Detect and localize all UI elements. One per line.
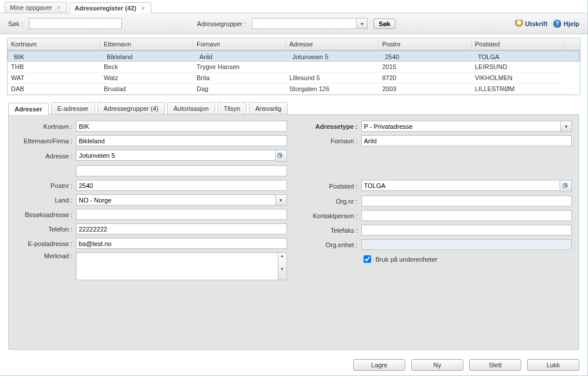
table-cell: Bikleland [103,52,196,60]
chevron-down-icon[interactable]: ▾ [560,121,572,132]
postnr-label: Postnr : [16,182,76,189]
addressgroup-value[interactable] [252,18,356,29]
table-cell: Lillesund 5 [286,73,379,84]
poststed-input[interactable] [361,180,561,191]
table-cell: TOLGA [474,52,567,60]
orgenhet-label: Org.enhet : [301,241,361,248]
top-tabs: Mine oppgaver×Adresseregister (42)× [0,0,587,13]
kontaktperson-input[interactable] [361,210,572,221]
table-cell: 8720 [379,73,471,84]
save-button[interactable]: Lagre [353,359,405,371]
poststed-lookup-button[interactable] [560,180,572,192]
table-row[interactable]: WATWatzBritaLillesund 58720VIKHOLMEN [8,73,580,84]
detail-tab[interactable]: Tilsyn [217,102,246,114]
table-row[interactable]: BIKBiklelandArildJotunveien 52540TOLGA [8,50,580,62]
search-button[interactable]: Søk [373,19,395,29]
adressetype-value[interactable] [361,121,561,132]
column-header[interactable]: Poststed [471,38,564,50]
orgenhet-input[interactable] [361,239,572,250]
spin-down-icon[interactable]: ▼ [278,266,286,280]
fornavn-input[interactable] [361,135,572,146]
search-label: Søk : [8,20,23,27]
top-tab[interactable]: Adresseregister (42)× [70,2,151,13]
table-row[interactable]: DABBrustadDagStorgaten 1262003LILLESTRØM [8,84,580,95]
table-cell: 2003 [379,84,471,95]
search-toolbar: Søk : Adressegrupper : ▾ Søk Utskrift ? … [0,13,587,34]
close-icon[interactable]: × [56,5,62,11]
table-cell: LILLESTRØM [471,84,564,95]
besoksadresse-label: Besøksadresse : [16,211,76,218]
tab-label: Mine oppgaver [10,4,52,11]
form-right: Adressetype : ▾ Fornavn : Poststed : Org… [301,121,572,284]
spin-up-icon[interactable]: ▲ [278,253,286,266]
close-icon[interactable]: × [140,5,146,12]
table-cell: Trygve Hansen [193,62,286,73]
help-icon: ? [553,20,561,28]
chevron-down-icon[interactable]: ▾ [275,194,287,205]
new-button[interactable]: Ny [411,359,463,371]
table-cell: VIKHOLMEN [471,73,564,84]
print-icon [515,20,523,28]
postnr-input[interactable] [76,180,287,191]
etternavn-input[interactable] [76,135,287,146]
epost-label: E-postadresse : [16,240,76,247]
detail-tab[interactable]: Ansvarlig [249,102,288,114]
table-cell: Brita [193,73,286,84]
grid-body[interactable]: BIKBiklelandArildJotunveien 52540TOLGATH… [8,50,580,95]
print-link[interactable]: Utskrift [515,20,548,28]
detail-tab[interactable]: Autorisasjon [167,102,215,114]
grid-header: KortnavnEtternavnFornavnAdressePostnrPos… [8,38,580,50]
addressgroup-label: Adressegrupper : [197,20,246,27]
detail-tab[interactable]: E-adresser [51,102,95,114]
detail-tab[interactable]: Adresser [8,103,49,115]
search-icon [277,153,284,160]
table-cell: Arild [196,52,289,60]
table-cell: DAB [8,84,100,95]
telefon-label: Telefon : [16,226,76,233]
kortnavn-input[interactable] [76,121,287,132]
poststed-label: Poststed : [301,183,361,190]
bruk-checkbox-input[interactable] [364,255,371,263]
print-label: Utskrift [525,20,548,27]
table-row[interactable]: THBBeckTrygve Hansen2015LEIRSUND [8,62,580,73]
land-select[interactable]: ▾ [76,194,287,205]
column-header[interactable]: Fornavn [193,38,286,50]
table-cell: 2540 [382,52,474,60]
top-tab[interactable]: Mine oppgaver× [5,2,67,13]
addressgroup-select[interactable]: ▾ [252,18,368,29]
table-cell: Brustad [100,84,193,95]
adressetype-label: Adressetype : [301,123,361,130]
column-header[interactable]: Kortnavn [8,38,100,50]
tab-label: Adresseregister (42) [75,5,136,12]
land-value[interactable] [76,194,275,205]
telefon-input[interactable] [76,223,287,234]
adresse-input[interactable] [76,150,275,161]
table-cell: Jotunveien 5 [289,52,382,60]
detail-panel: Kortnavn : Etternavn/Firma : Adresse : P… [8,114,579,350]
column-header[interactable]: Adresse [286,38,379,50]
adresse2-input[interactable] [76,165,287,176]
search-input[interactable] [29,18,122,29]
column-header[interactable]: Etternavn [100,38,193,50]
table-cell: THB [8,62,100,73]
help-label: Hjelp [564,20,579,27]
telefaks-input[interactable] [361,225,572,236]
epost-input[interactable] [76,238,287,249]
orgnr-label: Org.nr : [301,198,361,205]
orgnr-input[interactable] [361,196,572,207]
land-label: Land : [16,197,76,204]
help-link[interactable]: ? Hjelp [553,20,579,28]
column-header[interactable]: Postnr [379,38,471,50]
address-grid: KortnavnEtternavnFornavnAdressePostnrPos… [7,38,580,95]
adressetype-select[interactable]: ▾ [361,121,572,132]
merknad-input[interactable] [76,252,278,280]
merknad-spinner[interactable]: ▲▼ [278,252,287,280]
adresse-lookup-button[interactable] [275,150,287,162]
delete-button[interactable]: Slett [469,359,521,371]
table-cell: LEIRSUND [471,62,564,73]
detail-tab[interactable]: Adressegrupper (4) [97,102,165,114]
bruk-underenheter-checkbox[interactable]: Bruk på underenheter [361,254,572,265]
close-button[interactable]: Lukk [527,359,579,371]
chevron-down-icon[interactable]: ▾ [356,18,368,29]
besoksadresse-input[interactable] [76,209,287,220]
